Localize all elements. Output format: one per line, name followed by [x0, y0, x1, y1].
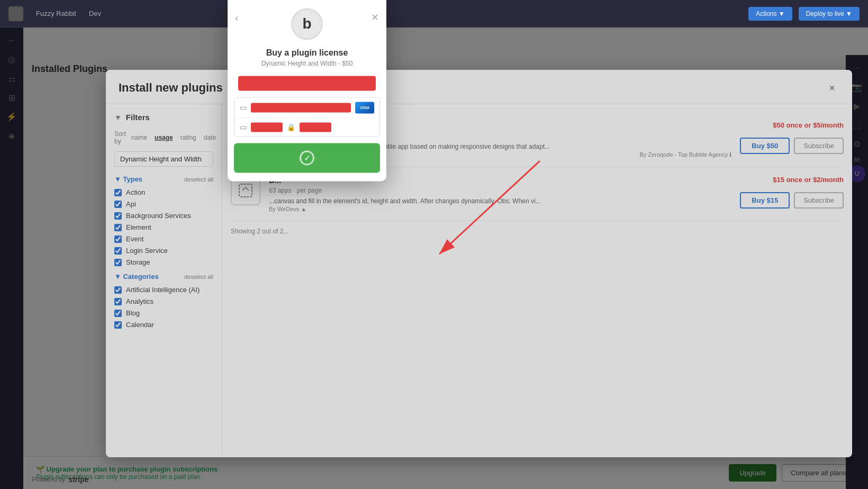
filter-label: Filters: [126, 113, 150, 122]
filter-item-element: Element: [114, 223, 213, 231]
plugin-buttons-row-2: Buy $15 Subscribe: [740, 192, 844, 209]
card-type-badge: VISA: [355, 102, 374, 113]
buy-modal-logo-char: b: [302, 15, 311, 32]
label-login: Login Service: [126, 247, 168, 255]
svg-rect-2: [239, 184, 252, 197]
checkbox-analytics[interactable]: [114, 298, 122, 305]
buy-plugin-modal: ‹ b ✕ Buy a plugin license Dynamic Heigh…: [228, 0, 386, 181]
main-area: ← ◎ ⚏ ⊞ ⚡ ◈ Installed Plugins ⋯ 📷 ▶ ⬚ ⚙ …: [0, 28, 868, 489]
filter-icon: ▼: [114, 113, 122, 122]
sort-by-label: Sort by: [114, 130, 126, 145]
label-api: Api: [126, 200, 136, 208]
buy-modal-logo: b: [291, 8, 323, 40]
install-modal-header: Install new plugins ×: [106, 70, 852, 104]
buy-button-2[interactable]: Buy $15: [740, 192, 790, 209]
expiry-field[interactable]: [251, 122, 283, 132]
sort-name[interactable]: name: [129, 133, 149, 142]
categories-deselect[interactable]: deselect all: [184, 274, 213, 280]
card-icon: ▭: [240, 103, 247, 112]
checkbox-bg[interactable]: [114, 212, 122, 220]
filter-item-calendar: Calendar: [114, 321, 213, 329]
categories-label: ▼ Categories: [114, 273, 159, 280]
app-icon: [8, 6, 23, 21]
label-ai: Artificial Intelligence (AI): [126, 286, 200, 294]
checkbox-event[interactable]: [114, 236, 122, 243]
label-event: Event: [126, 235, 143, 243]
actions-button[interactable]: Actions ▼: [748, 7, 792, 21]
checkbox-api[interactable]: [114, 201, 122, 208]
subscribe-button-1[interactable]: Subscribe: [794, 138, 844, 154]
buy-modal-subtitle: Dynamic Height and Width - $50: [228, 60, 386, 67]
types-label: ▼ Types: [114, 175, 142, 183]
sort-date[interactable]: date: [202, 133, 218, 142]
sort-usage[interactable]: usage: [152, 133, 175, 142]
install-modal-title: Install new plugins: [119, 81, 223, 95]
app-name: Fuzzy Rabbit: [36, 10, 76, 17]
checkbox-element[interactable]: [114, 224, 122, 231]
label-element: Element: [126, 223, 151, 231]
cvc-field[interactable]: [300, 122, 331, 132]
plugin-meta-2: 63 apps per page: [269, 187, 731, 194]
filter-item-storage: Storage: [114, 258, 213, 266]
checkbox-ai[interactable]: [114, 286, 122, 294]
plugin-author-2: By WeDevs ▲: [269, 206, 731, 212]
buy-modal-back-button[interactable]: ‹: [235, 12, 239, 24]
label-bg: Background Services: [126, 212, 191, 220]
filter-panel: ▼ Filters Sort by name usage rating date…: [106, 104, 222, 455]
label-blog: Blog: [126, 309, 140, 317]
nav-label: Dev: [89, 10, 101, 17]
plugin-actions-1: $50 once or $5/month Buy $50 Subscribe: [740, 121, 844, 154]
modal-overlay: Install new plugins × ▼ Filters Sort by …: [0, 28, 868, 489]
buy-button-1[interactable]: Buy $50: [740, 138, 790, 154]
showing-text: Showing 2 out of 2...: [231, 221, 844, 241]
lock-icon: 🔒: [287, 123, 295, 131]
redacted-name-bar: [238, 76, 376, 90]
filter-item-api: Api: [114, 200, 213, 208]
checkbox-action[interactable]: [114, 189, 122, 196]
categories-section: ▼ Categories deselect all: [114, 273, 213, 280]
plugin-buttons-row-1: Buy $50 Subscribe: [740, 138, 844, 154]
install-plugins-modal: Install new plugins × ▼ Filters Sort by …: [106, 70, 852, 457]
sort-row: Sort by name usage rating date price: [114, 130, 213, 145]
label-action: Action: [126, 188, 145, 196]
plugin-price-2: $15 once or $2/month: [773, 176, 844, 184]
label-calendar: Calendar: [126, 321, 154, 329]
checkbox-storage[interactable]: [114, 259, 122, 266]
calendar-icon: ▭: [240, 123, 247, 131]
buy-confirm-button[interactable]: ✓: [234, 143, 380, 173]
checkbox-blog[interactable]: [114, 310, 122, 317]
top-bar: Fuzzy Rabbit Dev Actions ▼ Deploy to liv…: [0, 0, 868, 28]
types-section: ▼ Types deselect all: [114, 175, 213, 183]
filter-item-event: Event: [114, 235, 213, 243]
filter-item-login: Login Service: [114, 247, 213, 255]
filter-item-analytics: Analytics: [114, 297, 213, 305]
filter-item-action: Action: [114, 188, 213, 196]
buy-modal-logo-area: ‹ b ✕: [228, 0, 386, 40]
filter-item-ai: Artificial Intelligence (AI): [114, 286, 213, 294]
buy-modal-close-button[interactable]: ✕: [371, 12, 379, 23]
sort-rating[interactable]: rating: [178, 133, 198, 142]
buy-modal-title: Buy a plugin license: [238, 48, 376, 58]
payment-form-area: ▭ VISA ▭ 🔒: [234, 97, 380, 137]
types-deselect[interactable]: deselect all: [184, 176, 213, 183]
confirm-check-icon: ✓: [300, 150, 314, 165]
checkbox-calendar[interactable]: [114, 321, 122, 329]
deploy-button[interactable]: Deploy to live ▼: [799, 7, 860, 21]
top-bar-right: Actions ▼ Deploy to live ▼: [748, 7, 860, 21]
plugin-price-1: $50 once or $5/month: [773, 121, 844, 129]
checkbox-login[interactable]: [114, 247, 122, 255]
install-modal-body: ▼ Filters Sort by name usage rating date…: [106, 104, 852, 455]
filter-item-blog: Blog: [114, 309, 213, 317]
card-number-field[interactable]: [251, 103, 351, 112]
expiry-cvc-row: ▭ 🔒: [234, 118, 379, 136]
label-analytics: Analytics: [126, 297, 153, 305]
plugin-desc-2: ...canvas and fill in the element's id, …: [269, 196, 731, 206]
filter-header: ▼ Filters: [114, 113, 213, 122]
label-storage: Storage: [126, 258, 150, 266]
card-number-row: ▭ VISA: [234, 97, 379, 118]
install-modal-close-button[interactable]: ×: [825, 80, 839, 95]
plugin-actions-2: $15 once or $2/month Buy $15 Subscribe: [740, 176, 844, 209]
subscribe-button-2[interactable]: Subscribe: [794, 192, 844, 209]
filter-item-bg: Background Services: [114, 212, 213, 220]
plugin-search-input[interactable]: [114, 151, 213, 167]
